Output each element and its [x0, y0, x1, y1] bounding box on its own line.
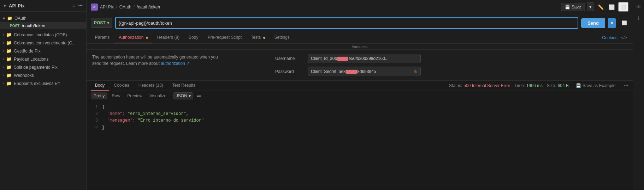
- response-tab-headers[interactable]: Headers (13): [134, 81, 167, 91]
- method-badge-post: POST: [10, 24, 20, 28]
- chevron-right-icon: ›: [3, 49, 4, 53]
- sub-tab-pretty[interactable]: Pretty: [91, 92, 107, 99]
- folder-icon: 📁: [6, 48, 12, 54]
- visualize-label: Visualize: [149, 93, 166, 98]
- response-headers-label: Headers (13): [138, 83, 163, 88]
- line-num-3: 3: [92, 117, 98, 124]
- breadcrumb-collection: OAuth: [119, 5, 131, 10]
- cobrancas-v-label: Cobranças com vencimento (C...: [14, 41, 83, 45]
- chevron-right-icon: ›: [3, 81, 4, 85]
- auth-learn-more-link[interactable]: authorization ↗: [161, 61, 190, 66]
- chevron-right-icon: ›: [3, 57, 4, 61]
- oauth-label: OAuth: [14, 16, 83, 21]
- folder-icon: 📁: [6, 32, 12, 37]
- endpoint-label: /oauth/token: [22, 23, 45, 28]
- json-line-1: 1 {: [92, 104, 627, 111]
- response-body-label: Body: [95, 83, 105, 88]
- preview-label: Preview: [127, 93, 142, 98]
- tab-body[interactable]: Body: [184, 32, 202, 43]
- code-icon[interactable]: </>: [620, 32, 628, 43]
- more-icon[interactable]: •••: [78, 3, 83, 8]
- eye-icon[interactable]: 👁: [635, 3, 643, 11]
- save-label: Save: [572, 5, 581, 10]
- sidebar-item-gestao-pix[interactable]: › 📁 Gestão de Pix: [0, 47, 86, 55]
- line-num-1: 1: [92, 104, 98, 111]
- sidebar-item-cob[interactable]: › 📁 Cobranças imediatas (COB): [0, 31, 86, 39]
- chevron-right-icon: ›: [3, 65, 4, 69]
- json-kv-nome: "nome": "erro_interno_servidor",: [102, 111, 189, 117]
- top-bar-actions: 💾 Save ▾ ✏️ ⬜ ⬜: [561, 2, 628, 12]
- chevron-down-icon: ▾: [3, 16, 5, 21]
- tab-params[interactable]: Params: [91, 32, 114, 43]
- url-input[interactable]: [119, 20, 575, 26]
- top-bar: A API Pix / OAuth / /oauth/token 💾 Save …: [87, 0, 633, 14]
- sidebar-item-endpoints-exclusivos[interactable]: › 📁 Endpoints exclusivos Eff: [0, 79, 86, 87]
- response-tab-test-results[interactable]: Test Results: [168, 81, 200, 91]
- sidebar: ▾ API Pix ☆ ••• ▾ 📁 OAuth POST /oauth/to…: [0, 0, 87, 190]
- chevron-right-icon: ›: [3, 73, 4, 77]
- tab-tests[interactable]: Tests: [247, 32, 269, 43]
- method-select[interactable]: POST ▾: [91, 18, 112, 28]
- sidebar-title: API Pix: [9, 3, 25, 8]
- endpoints-exclusivos-label: Endpoints exclusivos Eff: [14, 81, 83, 86]
- save-example-button[interactable]: 💾 Save as Example: [573, 82, 618, 90]
- line-num-4: 4: [92, 124, 98, 131]
- sidebar-collapse-icon[interactable]: ▾: [4, 3, 6, 8]
- tab-headers[interactable]: Headers (8): [153, 32, 184, 43]
- tab-pre-request-script[interactable]: Pre-request Script: [203, 32, 246, 43]
- gestao-pix-label: Gestão de Pix: [14, 49, 83, 54]
- tests-dot: [263, 37, 265, 39]
- variables-label: Variables: [351, 44, 367, 49]
- raw-label: Raw: [112, 93, 120, 98]
- save-button[interactable]: 💾 Save: [561, 3, 585, 11]
- star-icon[interactable]: ☆: [72, 3, 76, 8]
- sidebar-items: ▾ 📁 OAuth POST /oauth/token › 📁 Cobrança…: [0, 12, 86, 190]
- folder-icon: 📁: [6, 65, 12, 70]
- share-icon-button[interactable]: ⬜: [607, 3, 616, 11]
- info-icon[interactable]: ℹ: [636, 14, 641, 23]
- password-label: Password: [275, 69, 303, 74]
- sidebar-item-payload-locations[interactable]: › 📁 Payload Locations: [0, 55, 86, 63]
- username-value-container: Client_Id_30b████e50fb30d298d2160...: [308, 54, 421, 63]
- status-badge: Status: 500 Internal Server Error: [449, 83, 510, 88]
- sidebar-item-cobrancas-vencimento[interactable]: › 📁 Cobranças com vencimento (C...: [0, 39, 86, 47]
- send-dropdown-button[interactable]: ▾: [608, 18, 616, 28]
- sidebar-item-webhooks[interactable]: › 📁 Webhooks: [0, 71, 86, 79]
- body-tab-label: Body: [189, 35, 198, 40]
- right-panel-toggle[interactable]: ⬜: [618, 2, 628, 12]
- sub-tab-visualize[interactable]: Visualize: [147, 92, 169, 99]
- tab-settings[interactable]: Settings: [270, 32, 294, 43]
- size-badge: Size: 604 B: [547, 83, 569, 88]
- cookies-link[interactable]: Cookies: [601, 32, 619, 43]
- sidebar-title-row: ▾ API Pix: [4, 3, 25, 8]
- response-tab-cookies[interactable]: Cookies: [110, 81, 133, 91]
- url-input-container: [115, 17, 579, 29]
- size-label: Size:: [547, 83, 556, 88]
- status-label: Status:: [449, 83, 462, 88]
- json-open-brace: {: [102, 104, 105, 111]
- tab-authorization[interactable]: Authorization: [114, 32, 152, 43]
- sub-tab-preview[interactable]: Preview: [124, 92, 145, 99]
- sidebar-item-oauth[interactable]: ▾ 📁 OAuth: [0, 14, 86, 22]
- edit-icon-button[interactable]: ✏️: [596, 3, 605, 11]
- sidebar-item-split-pagamento[interactable]: › 📁 Split de pagamento Pix: [0, 63, 86, 71]
- more-options-icon[interactable]: •••: [624, 83, 628, 88]
- auth-description: The authorization header will be automat…: [92, 54, 226, 67]
- save-dropdown-button[interactable]: ▾: [587, 2, 594, 11]
- wrap-icon[interactable]: ⇌: [195, 92, 203, 99]
- settings-tab-label: Settings: [274, 35, 290, 40]
- json-line-4: 4 }: [92, 124, 627, 131]
- breadcrumb: A API Pix / OAuth / /oauth/token: [91, 4, 160, 11]
- new-panel-icon[interactable]: ⬜: [620, 19, 628, 27]
- warning-icon: ⚠: [413, 69, 418, 74]
- time-value: 1906 ms: [526, 83, 543, 88]
- send-button[interactable]: Send: [581, 18, 605, 28]
- response-tab-body[interactable]: Body: [91, 81, 109, 91]
- sidebar-item-oauth-token[interactable]: POST /oauth/token: [0, 22, 86, 29]
- sub-tab-raw[interactable]: Raw: [109, 92, 123, 99]
- format-selector[interactable]: JSON ▾: [173, 92, 193, 99]
- split-pagamento-label: Split de pagamento Pix: [14, 65, 83, 70]
- auth-content: The authorization header will be automat…: [87, 50, 633, 80]
- response-cookies-label: Cookies: [114, 83, 129, 88]
- breadcrumb-endpoint: /oauth/token: [137, 5, 160, 10]
